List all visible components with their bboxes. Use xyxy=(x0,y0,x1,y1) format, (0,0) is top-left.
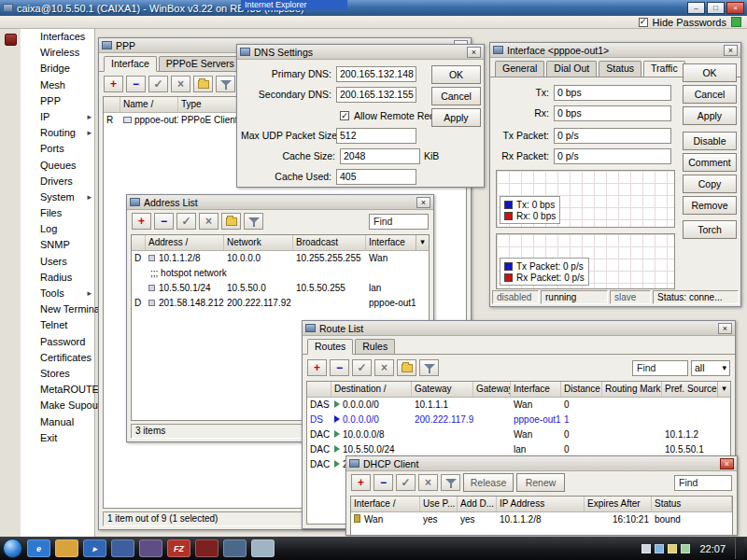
torch-button[interactable]: Torch xyxy=(683,220,737,239)
filezilla-icon[interactable]: FZ xyxy=(167,539,190,557)
route-list-close-icon[interactable]: × xyxy=(718,323,732,334)
windows-explorer-icon[interactable] xyxy=(55,539,78,557)
sidebar-item-system[interactable]: System▸ xyxy=(21,189,94,205)
sidebar-item-ppp[interactable]: PPP xyxy=(21,93,94,109)
media-player-icon[interactable]: ▸ xyxy=(83,539,106,557)
copy-button[interactable]: Copy xyxy=(683,175,737,193)
ppp-col-name[interactable]: Name / xyxy=(120,97,178,112)
col-address[interactable]: Address / xyxy=(146,235,224,250)
sidebar-item-log[interactable]: Log xyxy=(21,221,94,237)
table-row[interactable]: 10.5.50.1/24 10.5.50.0 10.5.50.255 lan xyxy=(132,281,429,296)
ppp-tab-pppoe-servers[interactable]: PPPoE Servers xyxy=(159,56,242,71)
table-row[interactable]: Wan yes yes 10.1.1.2/8 16:10:21 bound xyxy=(351,512,732,527)
internet-explorer-icon[interactable]: e xyxy=(27,539,50,557)
table-row[interactable]: DAS 0.0.0.0/0 10.1.1.1 Wan 0 xyxy=(307,398,730,413)
sidebar-item-stores[interactable]: Stores xyxy=(21,366,94,382)
tray-icon-1[interactable] xyxy=(641,544,651,553)
find-input[interactable]: Find xyxy=(632,360,688,376)
comment-button[interactable] xyxy=(193,76,213,92)
remove-button[interactable]: Remove xyxy=(683,196,737,215)
cancel-button[interactable]: Cancel xyxy=(683,85,737,104)
filter-button[interactable] xyxy=(441,474,460,491)
ok-button[interactable]: OK xyxy=(431,65,481,84)
tray-icon-4[interactable] xyxy=(681,544,690,553)
sidebar-item-queues[interactable]: Queues xyxy=(21,158,94,174)
sidebar-item-exit[interactable]: Exit xyxy=(21,430,94,446)
app-titlebar[interactable]: caixa@10.5.50.1 (CAIXA1) - WinBox v3.22 … xyxy=(0,0,747,16)
filter-button[interactable] xyxy=(244,213,263,230)
sidebar-item-ports[interactable]: Ports xyxy=(21,141,94,157)
table-row[interactable]: D 10.1.1.2/8 10.0.0.0 10.255.255.255 Wan xyxy=(132,251,429,266)
app-violet-icon[interactable] xyxy=(139,539,162,557)
sidebar-item-manual[interactable]: Manual xyxy=(21,414,94,430)
sidebar-item-radius[interactable]: Radius xyxy=(21,270,94,286)
sidebar-item-tools[interactable]: Tools▸ xyxy=(21,286,94,301)
route-list-titlebar[interactable]: Route List × xyxy=(303,321,735,336)
table-row[interactable]: D 201.58.148.212 200.222.117.92 pppoe-ou… xyxy=(132,296,429,311)
col-add-default[interactable]: Add D... xyxy=(458,497,497,511)
col-gateway[interactable]: Gateway xyxy=(412,382,473,397)
col-status[interactable]: Status xyxy=(652,497,732,511)
primary-dns-field[interactable]: 200.165.132.148 xyxy=(336,66,416,82)
app-blue-icon[interactable] xyxy=(111,539,134,557)
comment-button[interactable] xyxy=(397,359,416,376)
apply-button[interactable]: Apply xyxy=(683,106,737,125)
col-interface[interactable]: Interface xyxy=(511,382,561,397)
add-button[interactable]: + xyxy=(104,76,123,92)
tab-status[interactable]: Status xyxy=(599,61,641,77)
add-button[interactable]: + xyxy=(307,359,327,376)
col-distance[interactable]: Distance xyxy=(561,382,602,397)
sidebar-item-files[interactable]: Files xyxy=(21,205,94,221)
route-filter-select[interactable]: all▾ xyxy=(691,360,730,376)
find-input[interactable]: Find xyxy=(369,214,429,230)
sidebar-item-snmp[interactable]: SNMP xyxy=(21,237,94,253)
allow-remote-checkbox[interactable]: ✓ xyxy=(340,111,349,120)
remove-button[interactable]: − xyxy=(126,76,146,92)
col-routing-mark[interactable]: Routing Mark xyxy=(602,382,662,397)
tab-routes[interactable]: Routes xyxy=(307,339,353,355)
sidebar-item-routing[interactable]: Routing▸ xyxy=(21,125,94,141)
app-light-icon[interactable] xyxy=(251,539,275,557)
hide-passwords-checkbox[interactable]: ✓ xyxy=(639,18,648,27)
tab-dial-out[interactable]: Dial Out xyxy=(546,61,597,77)
find-input[interactable]: Find xyxy=(674,475,732,491)
comment-button[interactable] xyxy=(221,213,241,230)
enable-button[interactable]: ✓ xyxy=(396,474,416,491)
enable-button[interactable]: ✓ xyxy=(176,213,196,230)
interface-window-titlebar[interactable]: Interface <pppoe-out1> × xyxy=(490,43,740,58)
col-network[interactable]: Network xyxy=(224,235,293,250)
comment-button[interactable]: Comment xyxy=(683,153,737,172)
cache-size-field[interactable]: 2048 xyxy=(340,148,420,164)
disable-button[interactable]: × xyxy=(171,76,190,92)
ppp-tab-interface[interactable]: Interface xyxy=(104,56,157,72)
sidebar-item-telnet[interactable]: Telnet xyxy=(21,317,94,333)
table-row[interactable]: DAC 10.0.0.0/8 Wan 0 10.1.1.2 xyxy=(307,427,730,442)
dns-close-icon[interactable]: × xyxy=(467,47,481,58)
address-list-close-icon[interactable]: × xyxy=(416,197,430,208)
dns-window-titlebar[interactable]: DNS Settings × xyxy=(237,45,484,60)
col-gateway2[interactable]: Gateway ... xyxy=(473,382,511,397)
show-desktop-button[interactable] xyxy=(735,538,744,559)
sidebar-item-users[interactable]: Users xyxy=(21,254,94,270)
secondary-dns-field[interactable]: 200.165.132.155 xyxy=(336,87,416,103)
sidebar-item-make-supout[interactable]: Make Supout.rif xyxy=(21,398,94,413)
col-destination[interactable]: Destination / xyxy=(331,382,412,397)
col-interface[interactable]: Interface / xyxy=(351,497,420,511)
filter-button[interactable] xyxy=(216,76,235,92)
apply-button[interactable]: Apply xyxy=(431,108,481,127)
interface-close-icon[interactable]: × xyxy=(724,45,738,56)
add-button[interactable]: + xyxy=(132,213,151,230)
release-button[interactable]: Release xyxy=(463,473,514,492)
col-broadcast[interactable]: Broadcast xyxy=(293,235,366,250)
cancel-button[interactable]: Cancel xyxy=(431,87,481,105)
tray-icon-3[interactable] xyxy=(668,544,677,553)
minimize-button[interactable]: – xyxy=(687,2,705,14)
col-use-peer-dns[interactable]: Use P... xyxy=(420,497,458,511)
enable-button[interactable]: ✓ xyxy=(148,76,168,92)
sidebar-item-new-terminal[interactable]: New Terminal xyxy=(21,301,94,317)
app-darkred-icon[interactable] xyxy=(195,539,218,557)
remove-button[interactable]: − xyxy=(374,474,393,491)
table-row[interactable]: DS 0.0.0.0/0 200.222.117.92 pppoe-out1 1 xyxy=(307,413,730,427)
disable-button[interactable]: Disable xyxy=(683,132,737,150)
col-expires-after[interactable]: Expires After xyxy=(585,497,652,511)
